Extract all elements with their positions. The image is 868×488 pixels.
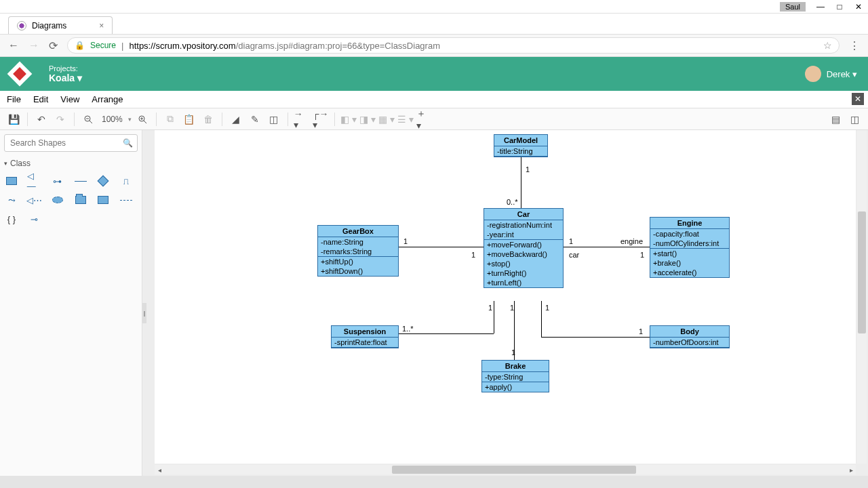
user-menu[interactable]: Derek ▾ xyxy=(827,69,857,79)
reload-icon[interactable]: ⟳ xyxy=(49,39,58,52)
to-back-button[interactable]: ◨ ▾ xyxy=(359,111,376,127)
url-text: | xyxy=(121,41,123,51)
insert-button[interactable]: ＋ ▾ xyxy=(416,111,433,127)
app-logo-icon[interactable] xyxy=(7,62,33,87)
outline-panel-button[interactable]: ◫ xyxy=(846,111,863,127)
projects-label: Projects: xyxy=(49,64,82,73)
bookmark-star-icon[interactable]: ☆ xyxy=(823,40,832,51)
tab-favicon-icon xyxy=(17,21,26,30)
shadow-button[interactable]: ◫ xyxy=(266,111,282,127)
forward-icon[interactable]: → xyxy=(28,39,39,52)
url-display: https://scrum.vpository.com/diagrams.jsp… xyxy=(129,41,440,51)
chevron-down-icon: ▾ xyxy=(77,73,82,83)
delete-button[interactable]: 🗑 xyxy=(200,111,216,127)
svg-line-4 xyxy=(144,121,146,123)
os-user-badge: Saul xyxy=(780,2,806,12)
format-panel-button[interactable]: ▤ xyxy=(827,111,844,127)
browser-tabbar: Diagrams × xyxy=(0,14,868,34)
distribute-button[interactable]: ☰ ▾ xyxy=(397,111,414,127)
browser-menu-icon[interactable]: ⋮ xyxy=(849,39,860,52)
menu-arrange[interactable]: Arrange xyxy=(92,94,123,104)
redo-button[interactable]: ↷ xyxy=(52,111,68,127)
copy-button[interactable]: ⧉ xyxy=(162,111,178,127)
undo-button[interactable]: ↶ xyxy=(33,111,50,127)
os-titlebar: Saul — □ ✕ xyxy=(0,0,868,14)
project-selector[interactable]: Projects: Koala ▾ xyxy=(49,64,82,83)
lock-icon: 🔒 xyxy=(75,41,85,50)
zoom-in-button[interactable] xyxy=(134,111,151,127)
tab-close-icon[interactable]: × xyxy=(99,21,104,30)
zoom-out-button[interactable] xyxy=(80,111,96,127)
line-color-button[interactable]: ✎ xyxy=(247,111,263,127)
to-front-button[interactable]: ◧ ▾ xyxy=(340,111,357,127)
menu-view[interactable]: View xyxy=(60,94,79,104)
url-box[interactable]: 🔒 Secure | https://scrum.vpository.com/d… xyxy=(67,37,840,54)
connection-button[interactable]: → ▾ xyxy=(294,111,310,127)
close-diagram-button[interactable]: ✕ xyxy=(852,93,864,105)
minimize-icon[interactable]: — xyxy=(816,3,825,11)
save-button[interactable]: 💾 xyxy=(5,111,22,127)
browser-tab[interactable]: Diagrams × xyxy=(8,16,113,34)
zoom-chevron-icon[interactable]: ▾ xyxy=(128,116,132,123)
toolbar: 💾 ↶ ↷ 100% ▾ ⧉ 📋 🗑 ◢ ✎ ◫ → ▾ ┌→ ▾ ◧ ▾ ◨ … xyxy=(0,108,868,130)
svg-line-1 xyxy=(90,121,92,123)
close-icon[interactable]: ✕ xyxy=(854,3,863,11)
paste-button[interactable]: 📋 xyxy=(181,111,197,127)
maximize-icon[interactable]: □ xyxy=(835,3,844,11)
menu-file[interactable]: File xyxy=(7,94,21,104)
fill-color-button[interactable]: ◢ xyxy=(228,111,244,127)
waypoint-button[interactable]: ┌→ ▾ xyxy=(313,111,329,127)
tab-title: Diagrams xyxy=(32,21,66,30)
back-icon[interactable]: ← xyxy=(8,39,19,52)
avatar[interactable] xyxy=(805,66,821,82)
project-name: Koala xyxy=(49,73,75,83)
menu-edit[interactable]: Edit xyxy=(33,94,48,104)
secure-label: Secure xyxy=(90,41,116,50)
browser-addressbar: ← → ⟳ 🔒 Secure | https://scrum.vpository… xyxy=(0,34,868,57)
zoom-level[interactable]: 100% xyxy=(99,115,125,124)
menubar: File Edit View Arrange ✕ xyxy=(0,91,868,108)
app-header: Projects: Koala ▾ Derek ▾ xyxy=(0,57,868,91)
align-button[interactable]: ▦ ▾ xyxy=(378,111,395,127)
